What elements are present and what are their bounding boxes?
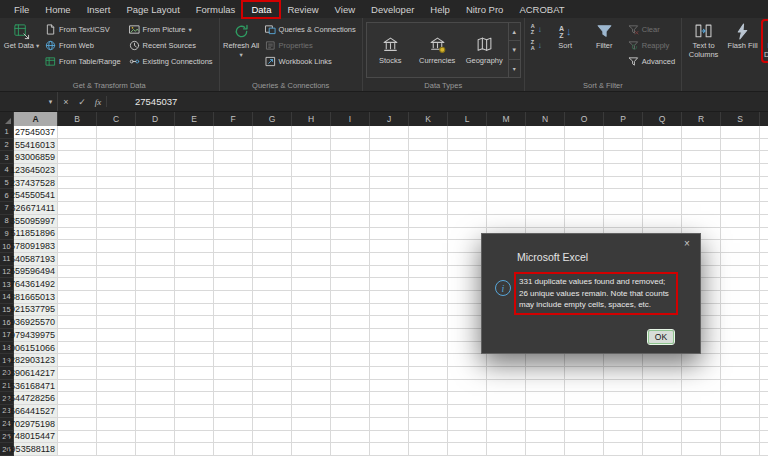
cell-A10[interactable]: 578091983 xyxy=(14,240,58,253)
cell-B21[interactable] xyxy=(58,380,97,393)
row-header-1[interactable]: 1 xyxy=(0,126,14,139)
cell-Q7[interactable] xyxy=(643,202,682,215)
cell-I24[interactable] xyxy=(331,418,370,431)
sort-ascending-button[interactable]: AZ↓ xyxy=(528,22,545,37)
select-all-corner[interactable] xyxy=(0,112,14,126)
menu-tab-developer[interactable]: Developer xyxy=(363,2,422,17)
cell-Q2[interactable] xyxy=(643,139,682,152)
cell-B3[interactable] xyxy=(58,151,97,164)
cell-H21[interactable] xyxy=(292,380,331,393)
column-header-l[interactable]: L xyxy=(448,112,487,126)
menu-tab-page-layout[interactable]: Page Layout xyxy=(118,2,187,17)
cell-K8[interactable] xyxy=(409,215,448,228)
cell-R21[interactable] xyxy=(682,380,721,393)
column-header-p[interactable]: P xyxy=(604,112,643,126)
existing-connections-button[interactable]: Existing Connections xyxy=(126,54,216,69)
cell-K5[interactable] xyxy=(409,177,448,190)
cell-Q8[interactable] xyxy=(643,215,682,228)
get-data-button[interactable]: Get Data ▾ xyxy=(3,21,40,53)
cell-E3[interactable] xyxy=(175,151,214,164)
cell-D10[interactable] xyxy=(136,240,175,253)
cell-K26[interactable] xyxy=(409,443,448,456)
cell-J6[interactable] xyxy=(370,189,409,202)
cell-M25[interactable] xyxy=(487,431,526,444)
cell-G18[interactable] xyxy=(253,342,292,355)
cell-M26[interactable] xyxy=(487,443,526,456)
cell-A23[interactable]: 1666441527 xyxy=(14,405,58,418)
cell-I2[interactable] xyxy=(331,139,370,152)
cell-I13[interactable] xyxy=(331,278,370,291)
cell-J18[interactable] xyxy=(370,342,409,355)
column-header-n[interactable]: N xyxy=(526,112,565,126)
cell-L26[interactable] xyxy=(448,443,487,456)
cancel-icon[interactable]: × xyxy=(58,92,74,111)
cell-S1[interactable] xyxy=(721,126,760,139)
cell-D5[interactable] xyxy=(136,177,175,190)
cell-S4[interactable] xyxy=(721,164,760,177)
cell-E24[interactable] xyxy=(175,418,214,431)
sort-descending-button[interactable]: ZA↓ xyxy=(528,38,545,53)
cell-E22[interactable] xyxy=(175,392,214,405)
cell-C11[interactable] xyxy=(97,253,136,266)
currencies-button[interactable]: Currencies xyxy=(414,23,461,77)
cell-A9[interactable]: 511851896 xyxy=(14,228,58,241)
cell-N21[interactable] xyxy=(526,380,565,393)
cell-N4[interactable] xyxy=(526,164,565,177)
cell-E26[interactable] xyxy=(175,443,214,456)
cell-K7[interactable] xyxy=(409,202,448,215)
cell-S2[interactable] xyxy=(721,139,760,152)
cell-J14[interactable] xyxy=(370,291,409,304)
cell-E25[interactable] xyxy=(175,431,214,444)
cell-A26[interactable]: 1953588118 xyxy=(14,443,58,456)
name-box-dropdown-icon[interactable]: ▾ xyxy=(44,92,58,111)
cell-K19[interactable] xyxy=(409,354,448,367)
cell-J8[interactable] xyxy=(370,215,409,228)
cell-G1[interactable] xyxy=(253,126,292,139)
cell-K14[interactable] xyxy=(409,291,448,304)
workbook-links-button[interactable]: Workbook Links xyxy=(262,54,359,69)
cell-M8[interactable] xyxy=(487,215,526,228)
cell-C17[interactable] xyxy=(97,329,136,342)
cell-O19[interactable] xyxy=(565,354,604,367)
column-header-k[interactable]: K xyxy=(409,112,448,126)
cell-R23[interactable] xyxy=(682,405,721,418)
cell-O1[interactable] xyxy=(565,126,604,139)
column-header-q[interactable]: Q xyxy=(643,112,682,126)
cell-K10[interactable] xyxy=(409,240,448,253)
flash-fill-button[interactable]: Flash Fill xyxy=(724,21,761,53)
cell-D1[interactable] xyxy=(136,126,175,139)
cell-B17[interactable] xyxy=(58,329,97,342)
cell-A20[interactable]: 1390614217 xyxy=(14,367,58,380)
recent-sources-button[interactable]: Recent Sources xyxy=(126,38,216,53)
cell-I11[interactable] xyxy=(331,253,370,266)
cell-G12[interactable] xyxy=(253,266,292,279)
cell-E20[interactable] xyxy=(175,367,214,380)
cell-O4[interactable] xyxy=(565,164,604,177)
cell-P19[interactable] xyxy=(604,354,643,367)
cell-C18[interactable] xyxy=(97,342,136,355)
cell-J7[interactable] xyxy=(370,202,409,215)
cell-O6[interactable] xyxy=(565,189,604,202)
cell-P22[interactable] xyxy=(604,392,643,405)
cell-A12[interactable]: 659596494 xyxy=(14,266,58,279)
cell-J22[interactable] xyxy=(370,392,409,405)
cell-G24[interactable] xyxy=(253,418,292,431)
cell-R8[interactable] xyxy=(682,215,721,228)
cell-F15[interactable] xyxy=(214,304,253,317)
cell-A6[interactable]: 254550541 xyxy=(14,189,58,202)
gallery-more-icon[interactable]: ▾ xyxy=(509,60,520,77)
cell-H17[interactable] xyxy=(292,329,331,342)
cell-F11[interactable] xyxy=(214,253,253,266)
cell-D3[interactable] xyxy=(136,151,175,164)
cell-P8[interactable] xyxy=(604,215,643,228)
cell-E14[interactable] xyxy=(175,291,214,304)
cell-E18[interactable] xyxy=(175,342,214,355)
cell-G2[interactable] xyxy=(253,139,292,152)
column-header-m[interactable]: M xyxy=(487,112,526,126)
cell-S13[interactable] xyxy=(721,278,760,291)
cell-F25[interactable] xyxy=(214,431,253,444)
cell-J9[interactable] xyxy=(370,228,409,241)
gallery-scroll-down-icon[interactable]: ▼ xyxy=(509,41,520,59)
cell-C13[interactable] xyxy=(97,278,136,291)
cell-D6[interactable] xyxy=(136,189,175,202)
